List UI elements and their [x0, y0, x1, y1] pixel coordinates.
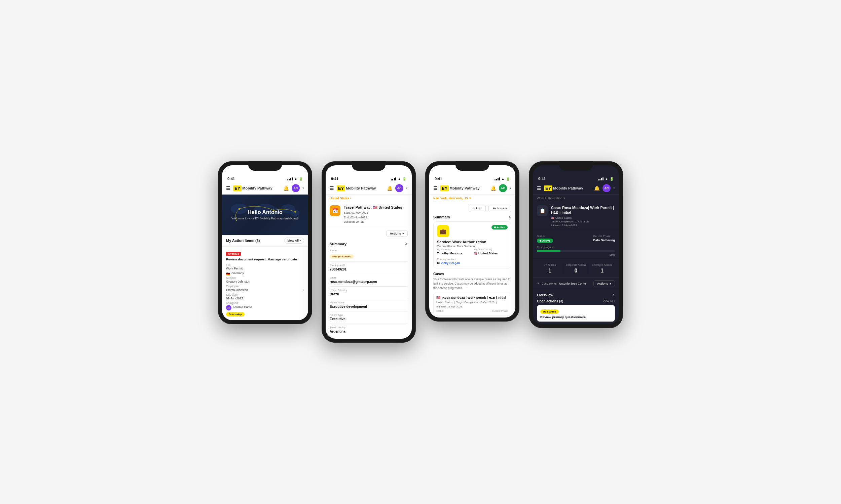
ey-text-1: EY [233, 185, 242, 191]
btn-group-3: + Add Actions ▾ [429, 202, 515, 215]
signal-4 [598, 177, 604, 180]
avatar-1[interactable]: AC [292, 184, 300, 192]
avatar-2[interactable]: AC [395, 184, 404, 192]
hamburger-icon-1[interactable]: ☰ [226, 185, 230, 191]
phone-3: 9:41 ▲ 🔋 ☰ EY [425, 161, 519, 322]
subject-value: Gregory Johnston [226, 280, 252, 283]
service-country-label: Service country [474, 248, 508, 251]
battery-2: 🔋 [402, 177, 406, 181]
add-button-3[interactable]: + Add [469, 205, 486, 212]
case-phase-label: Current Phase [492, 309, 508, 312]
summary-header-2: Summary ∧ [330, 241, 408, 246]
dark-phase-value: Data Gathering [593, 238, 615, 242]
progress-bar-bg [537, 250, 615, 252]
status-col-label: Status [537, 235, 553, 237]
progress-bar-fill [537, 250, 561, 252]
hamburger-icon-2[interactable]: ☰ [330, 185, 334, 191]
view-all-button[interactable]: View All › [284, 237, 304, 244]
battery-4: 🔋 [610, 177, 614, 181]
app-name-1: Mobility Pathway [242, 186, 272, 190]
phone-2: 9:41 ▲ 🔋 ☰ EY [322, 161, 416, 343]
case-meta-initiated: Initiated: 11-Apr-2023 [436, 305, 508, 308]
breadcrumb-text-2: United States [330, 197, 349, 200]
dark-case-icon: 📋 [537, 205, 548, 216]
bell-icon-3[interactable]: 🔔 [491, 185, 496, 191]
active-badge-3: Active [492, 225, 508, 230]
travel-end: End: 02-Nov-2025 [344, 215, 402, 220]
us-flag-3: 🇺🇸 [474, 252, 477, 255]
policy-type-field: Policy Type Executive [330, 313, 408, 321]
time-3: 9:41 [435, 177, 442, 181]
view-all-label-4: View All [603, 299, 613, 303]
contact-link-3[interactable]: Vicky Gregan [441, 262, 460, 265]
ey-logo-1: EY Mobility Pathway [233, 185, 273, 191]
ey-logo-4: EY Mobility Pathway [544, 185, 583, 191]
policy-name-label: Policy name [330, 301, 408, 304]
corp-actions-value: 0 [565, 268, 588, 274]
breadcrumb-4[interactable]: Work Authorization ▾ [533, 195, 619, 202]
add-label-3: + Add [473, 206, 481, 210]
actions-chevron-icon-3: ▾ [505, 206, 507, 210]
avatar-4[interactable]: AC [602, 184, 611, 192]
action-card-1: Overdue Review document request: Marriag… [222, 247, 308, 320]
action-card-arrow[interactable]: › [303, 263, 304, 317]
time-2: 9:41 [331, 177, 339, 181]
db1 [598, 179, 599, 180]
nav-right-1: 🔔 AC ▾ [283, 184, 304, 192]
dark-action-card[interactable]: Due today Review primary questionnaire [537, 305, 615, 322]
case-briefcase-icon: 📋 [539, 208, 545, 213]
collapse-icon-3[interactable]: ∧ [508, 215, 511, 219]
breadcrumb-3[interactable]: New York, New York, US ▾ [429, 195, 515, 202]
top-nav-2: ☰ EY Mobility Pathway 🔔 AC ▾ [326, 182, 412, 195]
dark-meta-country: 🇺🇸 United States [551, 216, 615, 219]
policy-name-field: Policy name Executive development [330, 301, 408, 308]
phone-notch-1 [248, 161, 282, 171]
status-field: Status Not yet started [330, 249, 408, 259]
phone-notch-3 [456, 161, 489, 171]
breadcrumb-text-4: Work Authorization [537, 197, 562, 200]
hamburger-icon-4[interactable]: ☰ [537, 185, 541, 191]
for-label: For: [226, 263, 252, 267]
dark-meta-initiated: Initiated: 11-Apr-2023 [551, 224, 615, 227]
travel-title: Travel Pathway: 🇺🇸 United States [344, 205, 402, 210]
s4 [395, 177, 396, 180]
chevron-down-icon-2: ▾ [406, 186, 408, 190]
phone-screen-2: 9:41 ▲ 🔋 ☰ EY [326, 165, 412, 339]
s3 [394, 178, 395, 180]
hero-map: Hello Antonio Welcome to your EY Mobilit… [222, 195, 308, 235]
emp-id-value: 758349201 [330, 268, 408, 271]
bell-icon-2[interactable]: 🔔 [387, 185, 393, 191]
hamburger-icon-3[interactable]: ☰ [433, 185, 437, 191]
actions-chevron-icon-4: ▾ [610, 282, 611, 285]
third-country-field: Third country Argentina [330, 326, 408, 333]
divider-1 [330, 262, 408, 262]
policy-type-label: Policy Type [330, 313, 408, 317]
view-all-button-4[interactable]: View All › [603, 299, 615, 303]
breadcrumb-text-3: New York, New York, US [433, 197, 468, 200]
actions-button-2[interactable]: Actions ▾ [386, 230, 408, 237]
nav-right-4: 🔔 AC ▾ [594, 184, 615, 192]
wifi-icon-2: ▲ [398, 177, 401, 181]
action-card-details: For: Work Permit 🇩🇪 Germany Subject: Gre… [226, 263, 252, 317]
for-value: Work Permit [226, 267, 243, 270]
breadcrumb-2[interactable]: United States › [326, 195, 412, 202]
actions-button-4[interactable]: Actions ▾ [594, 280, 615, 287]
actions-button-3[interactable]: Actions ▾ [488, 205, 511, 212]
nav-left-4: ☰ EY Mobility Pathway [537, 185, 583, 191]
emp-id-label: Employee ID [330, 264, 408, 267]
sb3 [498, 178, 499, 180]
bell-icon-4[interactable]: 🔔 [594, 185, 600, 191]
case-card-3[interactable]: 🇺🇸 Rosa Mendoza | Work permit | H1B | In… [433, 293, 511, 316]
service-header-3: 💼 Active [437, 225, 508, 237]
collapse-icon-2[interactable]: ∧ [405, 241, 408, 246]
due-today-badge: Due today [226, 312, 244, 317]
bell-icon-1[interactable]: 🔔 [283, 185, 289, 191]
overview-collapse-icon[interactable]: ∧ [612, 293, 615, 298]
app-name-4: Mobility Pathway [553, 186, 583, 190]
open-actions-title: Open actions (3) [537, 299, 563, 303]
ey-actions-label: EY Actions [538, 264, 562, 267]
action-items-header: My Action Items (6) View All › [222, 235, 308, 247]
third-country-value: Argentina [330, 330, 408, 333]
phase-col-label: Current Phase [593, 235, 615, 237]
avatar-3[interactable]: AC [499, 184, 507, 192]
